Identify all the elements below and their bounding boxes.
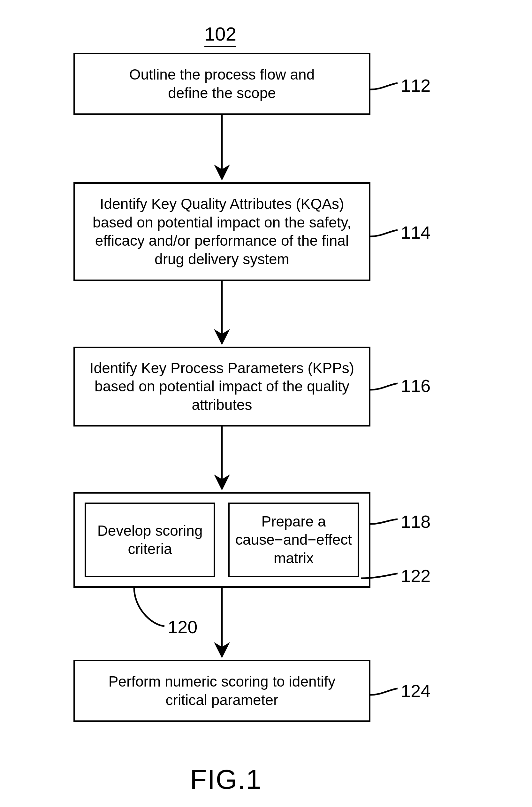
step-box-124: Perform numeric scoring to identify crit… — [73, 660, 370, 722]
step-box-116: Identify Key Process Parameters (KPPs) b… — [73, 346, 370, 427]
step-114-text: Identify Key Quality Attributes (KQAs) b… — [93, 195, 351, 268]
sub-122-text: Prepare a cause−and−effect matrix — [235, 512, 352, 568]
callout-120 — [134, 588, 165, 626]
ref-118: 118 — [401, 511, 431, 532]
callout-124 — [370, 689, 398, 695]
ref-112: 112 — [401, 75, 431, 96]
sub-box-120: Develop scoring criteria — [84, 503, 215, 577]
ref-124: 124 — [401, 680, 431, 701]
step-box-112: Outline the process flow and define the … — [73, 53, 370, 115]
ref-122: 122 — [401, 565, 431, 586]
step-118-inner-row: Develop scoring criteria Prepare a cause… — [84, 503, 359, 577]
step-112-text: Outline the process flow and define the … — [129, 65, 315, 102]
sub-120-text: Develop scoring criteria — [97, 522, 203, 559]
figure-label: FIG.1 — [190, 764, 262, 795]
step-116-text: Identify Key Process Parameters (KPPs) b… — [90, 359, 354, 414]
diagram-ref-102: 102 — [204, 23, 236, 47]
step-124-text: Perform numeric scoring to identify crit… — [109, 673, 336, 709]
step-box-114: Identify Key Quality Attributes (KQAs) b… — [73, 182, 370, 281]
callout-116 — [370, 383, 398, 390]
ref-116: 116 — [401, 375, 431, 396]
ref-120: 120 — [168, 617, 197, 637]
callout-114 — [370, 230, 398, 237]
step-box-118: Develop scoring criteria Prepare a cause… — [73, 492, 370, 588]
ref-114: 114 — [401, 222, 431, 243]
callout-118 — [370, 519, 398, 524]
callout-112 — [370, 83, 398, 90]
flowchart-page: 102 Outline the process flow and define … — [0, 0, 532, 807]
sub-box-122: Prepare a cause−and−effect matrix — [228, 503, 359, 577]
